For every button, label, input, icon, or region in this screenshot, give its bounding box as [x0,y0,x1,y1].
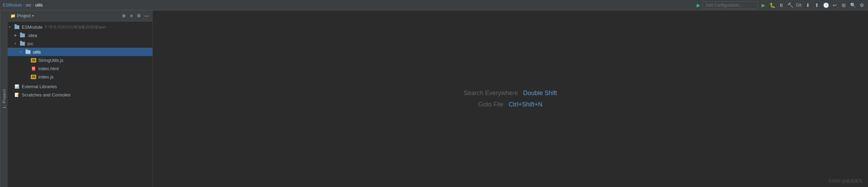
folder-icon-src [20,41,25,46]
breadcrumb-sep2: / [33,3,34,8]
project-title[interactable]: 📁 Project ▾ [10,13,34,18]
js-icon-indexjs: JS [31,74,36,80]
tree-item-idea[interactable]: ▶ .idea [8,31,152,39]
project-panel: 📁 Project ▾ ⊕ ≑ ⚙ — ▾ ESModule F:\学生培训\2… [8,10,153,187]
tree-item-utils[interactable]: ▾ utils [8,48,152,56]
search-hint: Search Everywhere Double Shift Goto File… [464,90,557,108]
search-everywhere-shortcut: Double Shift [523,90,557,96]
html-icon-indexhtml: H [31,66,36,71]
git-push-icon[interactable]: ⬆ [813,2,820,9]
top-bar: ESModule / src / utils ▶ ▶ 🐛 ⏸ 🔨 Git: ⬇ … [0,0,868,10]
indexhtml-label: index.html [38,66,59,71]
tree-item-indexhtml[interactable]: H index.html [8,64,152,73]
history-icon[interactable]: 🕐 [822,2,829,9]
expand-icon[interactable]: ≑ [128,13,134,19]
minimize-icon[interactable]: — [143,13,150,19]
project-title-label: Project [17,13,31,18]
search-top-icon[interactable]: 🔍 [849,2,856,9]
src-label: src [27,41,33,46]
esmodule-label: ESModule [22,25,43,30]
add-file-icon[interactable]: ⊕ [121,13,127,19]
idea-label: .idea [27,33,37,38]
git-update-icon[interactable]: ⬇ [804,2,811,9]
config-input[interactable] [702,1,758,9]
folder-icon-esmodule [14,24,20,30]
stop-button[interactable]: ⏸ [778,2,785,9]
stringutils-label: StringUtils.js [38,58,63,63]
run-button[interactable]: ▶ [760,2,767,9]
scratches-icon: 📝 [14,92,20,97]
tree-item-esmodule[interactable]: ▾ ESModule F:\学生培训\2022寒假集训\前端\qian [8,23,152,31]
main-area: 1: Project 📁 Project ▾ ⊕ ≑ ⚙ — ▾ [0,10,868,187]
indexjs-label: index.js [38,74,54,80]
esmodule-path: F:\学生培训\2022寒假集训\前端\qian [45,25,106,30]
js-icon-stringutils: JS [31,57,36,63]
folder-icon-header: 📁 [10,13,16,18]
utils-label: utils [33,49,41,55]
run-icon: ▶ [697,2,700,8]
settings-tree-icon[interactable]: ⚙ [136,13,142,19]
external-libs-icon: 📊 [14,84,20,89]
project-tree: ▾ ESModule F:\学生培训\2022寒假集训\前端\qian ▶ .i… [8,21,152,187]
arrow-idea: ▶ [15,34,19,37]
tree-item-scratches[interactable]: 📝 Scratches and Consoles [8,91,152,99]
tree-item-indexjs[interactable]: JS index.js [8,73,152,81]
breadcrumb-utils[interactable]: utils [35,3,43,8]
folder-icon-utils [25,49,31,55]
goto-file-text: Goto File [478,101,503,108]
rollback-icon[interactable]: ↩ [831,2,838,9]
editor-area: Search Everywhere Double Shift Goto File… [153,10,868,187]
arrow-src: ▾ [15,42,19,45]
external-libs-label: External Libraries [22,84,57,89]
breadcrumb: ESModule / src / utils [3,3,43,8]
scratches-label: Scratches and Consoles [22,92,70,97]
git-label: Git: [796,3,802,8]
tree-item-stringutils[interactable]: JS StringUtils.js [8,56,152,64]
search-everywhere-text: Search Everywhere [464,90,518,96]
breadcrumb-src[interactable]: src [26,3,31,8]
header-icons: ⊕ ≑ ⚙ — [121,13,150,19]
tree-item-src[interactable]: ▾ src [8,39,152,48]
layout-icon[interactable]: ⊞ [840,2,847,9]
debug-button[interactable]: 🐛 [769,2,776,9]
breadcrumb-esmodule[interactable]: ESModule [3,3,22,8]
settings-icon[interactable]: ⚙ [858,2,865,9]
breadcrumb-sep1: / [23,3,24,8]
tree-item-external-libs[interactable]: 📊 External Libraries [8,82,152,91]
arrow-esmodule: ▾ [9,25,13,29]
project-title-arrow: ▾ [32,14,34,18]
goto-shortcut: Ctrl+Shift+N [509,101,542,108]
project-header: 📁 Project ▾ ⊕ ≑ ⚙ — [8,10,152,21]
build-button[interactable]: 🔨 [787,2,794,9]
folder-icon-idea [20,32,25,38]
csdn-watermark: CSDN @最强菜鸟 [829,178,862,184]
project-side-label[interactable]: 1: Project [0,10,8,187]
arrow-utils: ▾ [20,50,24,54]
top-bar-right: ▶ ▶ 🐛 ⏸ 🔨 Git: ⬇ ⬆ 🕐 ↩ ⊞ 🔍 ⚙ [697,1,865,9]
